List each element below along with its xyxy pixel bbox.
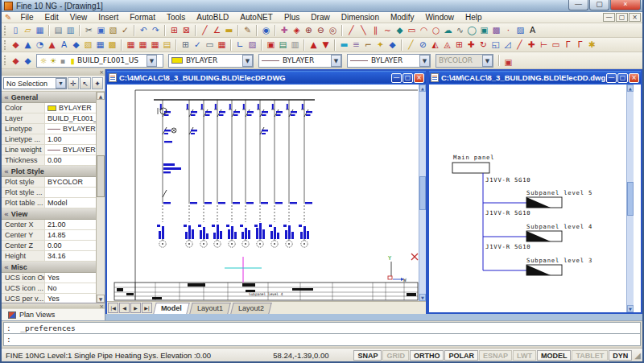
table-red-1-icon[interactable]: ▦ <box>125 39 137 51</box>
elecdp-close-button[interactable]: × <box>414 73 424 83</box>
wrench-icon[interactable]: ⌐ <box>362 39 374 51</box>
table-select-icon[interactable]: ▦ <box>216 39 228 51</box>
move-icon[interactable]: ✚ <box>465 39 477 51</box>
menu-dimension[interactable]: Dimension <box>336 13 385 22</box>
zoom-out-icon[interactable]: ⊖ <box>315 24 327 36</box>
elecdp-drawing[interactable]: Subpanel level 4YW <box>107 85 419 301</box>
trim-icon[interactable]: ✚ <box>526 39 538 51</box>
new-icon[interactable]: ▯ <box>10 24 22 36</box>
line-icon[interactable]: ╱ <box>345 24 357 36</box>
chip-1-icon[interactable]: ▣ <box>265 39 277 51</box>
elecdd-title-bar[interactable]: C:\4M\CALC\8_3_BUILDING.BLD\ElecDD.dwg —… <box>429 71 641 85</box>
tab-nav-prev-icon[interactable]: ◀ <box>119 303 130 313</box>
toolbar-grip[interactable] <box>4 56 7 65</box>
property-value[interactable] <box>45 188 96 197</box>
fine-cmd-1-icon[interactable]: ◆ <box>10 39 22 51</box>
arrow-down-red-icon[interactable]: ▼ <box>320 39 332 51</box>
lineweight-combo[interactable]: BYLAYER▼ <box>347 54 431 68</box>
stretch-icon[interactable]: ◿ <box>502 39 514 51</box>
sketch-pencil-icon[interactable]: ✎ <box>242 24 254 36</box>
layer-bulb-icon[interactable]: ☼ <box>39 55 48 67</box>
rotate-icon[interactable]: ↻ <box>477 39 489 51</box>
check-standards-icon[interactable]: ⊞ <box>168 24 180 36</box>
layer-color-chip-icon[interactable]: ▮ <box>68 55 77 67</box>
mdi-close-button[interactable]: × <box>629 13 641 22</box>
select-objects-button[interactable]: ↖ <box>80 77 91 89</box>
layer-freeze-icon[interactable]: ☀ <box>48 55 58 67</box>
scrollbar-thumb[interactable] <box>419 176 426 210</box>
pickadd-toggle-button[interactable]: ✛ <box>68 77 79 89</box>
toggle-dyn[interactable]: DYN <box>609 350 632 361</box>
minimize-button[interactable]: — <box>568 0 588 10</box>
redo-icon[interactable]: ↷ <box>150 24 162 36</box>
selection-combo[interactable]: No Selection ▼ <box>3 77 67 89</box>
menu-insert[interactable]: Insert <box>93 13 124 22</box>
table-red-2-icon[interactable]: ▦ <box>137 39 149 51</box>
section-header-plot-style[interactable]: «Plot Style <box>2 166 105 177</box>
section-header-view[interactable]: «View <box>2 208 105 220</box>
color-bar-icon[interactable]: ▬ <box>338 39 350 51</box>
ellipse-icon[interactable]: ◯ <box>466 24 478 36</box>
fine-tool-a-icon[interactable]: ◆ <box>10 55 22 67</box>
undo-icon[interactable]: ↶ <box>138 24 150 36</box>
rect-blank-icon[interactable]: ▭ <box>204 39 216 51</box>
explode-icon[interactable]: ✱ <box>586 39 598 51</box>
elecdd-close-button[interactable]: × <box>629 73 639 83</box>
selection-combo-dropdown-icon[interactable]: ▼ <box>56 78 66 89</box>
navigate-icon[interactable]: ◆ <box>386 39 398 51</box>
drawing-window-elecdp[interactable]: C:\4M\CALC\8_3_BUILDING.BLD\ElecDP.DWG —… <box>105 69 427 314</box>
elecdd-minimize-button[interactable]: — <box>606 73 617 83</box>
zoom-dynamic-icon[interactable]: ◈ <box>291 24 303 36</box>
property-value[interactable]: 34.16 <box>45 251 96 261</box>
scroll-down-icon[interactable]: ▼ <box>627 305 634 312</box>
layers-stack-icon[interactable]: ≡ <box>350 39 362 51</box>
array-icon[interactable]: ⊞ <box>453 39 465 51</box>
property-value[interactable]: No <box>45 283 96 293</box>
property-value[interactable]: Yes <box>45 294 96 303</box>
copy-object-icon[interactable]: ⊘ <box>417 39 429 51</box>
menu-modify[interactable]: Modify <box>385 13 419 22</box>
scrollbar-thumb[interactable] <box>627 182 634 216</box>
property-value[interactable]: 1.00 <box>45 134 96 144</box>
scroll-down-icon[interactable]: ▼ <box>419 294 426 301</box>
chip-3-icon[interactable]: ▥ <box>289 39 301 51</box>
toolbar-grip[interactable] <box>4 40 7 50</box>
tab-nav-first-icon[interactable]: |◀ <box>108 303 118 313</box>
scroll-up-icon[interactable]: ▲ <box>419 85 426 92</box>
property-value[interactable]: BYLAYER <box>45 124 96 134</box>
scale-icon[interactable]: ◱ <box>489 39 502 51</box>
menu-plus[interactable]: Plus <box>279 13 305 22</box>
elecdd-drawing[interactable]: Main panelJ1VV-R 5G10Subpanel level 5J1V… <box>429 85 626 312</box>
make-block-icon[interactable]: ▩ <box>490 24 502 36</box>
polygon-icon[interactable]: ◆ <box>394 24 406 36</box>
lineweight-combo-dropdown-icon[interactable]: ▼ <box>419 55 430 67</box>
elecdp-drawing-canvas[interactable]: Subpanel level 4YW ▲ ▼ <box>107 85 426 301</box>
open-icon[interactable]: ▱ <box>22 24 34 36</box>
arrow-up-red-icon[interactable]: ▲ <box>308 39 320 51</box>
scroll-down-icon[interactable]: ▼ <box>97 295 105 303</box>
menu-tools[interactable]: Tools <box>161 13 191 22</box>
chip-2-icon[interactable]: ▤ <box>277 39 289 51</box>
tab-nav-next-icon[interactable]: ▶ <box>130 303 141 313</box>
layer-combo-dropdown-icon[interactable]: ▼ <box>147 55 157 67</box>
palette-close-icon[interactable]: × <box>99 69 104 76</box>
palette-scrollbar[interactable]: ▲ ▼ <box>96 92 105 303</box>
construction-line-icon[interactable]: ╲ <box>357 24 369 36</box>
section-header-general[interactable]: «General <box>2 92 105 103</box>
layer-properties-icon[interactable]: ▣ <box>502 56 514 68</box>
drawing-window-elecdd[interactable]: C:\4M\CALC\8_3_BUILDING.BLD\ElecDD.dwg —… <box>427 69 642 314</box>
toggle-model[interactable]: MODEL <box>537 350 572 361</box>
extend-icon[interactable]: ⊢ <box>538 39 550 51</box>
elecdp-minimize-button[interactable]: — <box>391 73 402 83</box>
menu-edit[interactable]: Edit <box>39 13 64 22</box>
toolbar-grip[interactable] <box>4 26 7 35</box>
maximize-button[interactable]: ▢ <box>589 0 609 10</box>
quick-select-button[interactable]: ✦ <box>92 77 103 89</box>
circle-icon[interactable]: ○ <box>430 24 442 36</box>
menu-window[interactable]: Window <box>419 13 460 22</box>
save-icon[interactable]: ▦ <box>34 24 46 36</box>
erase-icon[interactable]: ╱ <box>405 39 417 51</box>
menu-file[interactable]: File <box>14 13 39 22</box>
scroll-up-icon[interactable]: ▲ <box>627 85 634 92</box>
polyline-icon[interactable]: ∼ <box>382 24 394 36</box>
